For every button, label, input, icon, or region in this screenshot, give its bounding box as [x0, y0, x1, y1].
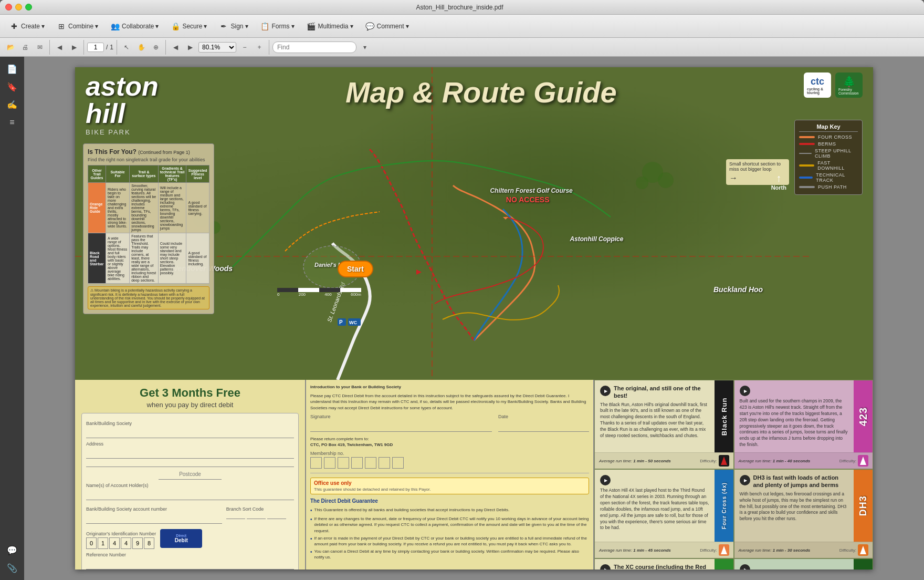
route-tab-four-cross: Four Cross (4x) [715, 470, 733, 542]
svg-marker-17 [860, 457, 866, 465]
map-title-area: aston hill BIKE PARK Map & Route Guide c… [75, 72, 873, 136]
route-card-dh3: ▶ DH3 is fast with loads of action and p… [734, 469, 874, 558]
email-button[interactable]: ✉ [34, 41, 46, 54]
map-section: St. Leonards Rd P WC [75, 67, 873, 380]
route-tab-black-run: Black Run [715, 380, 733, 452]
sort-code-input-3[interactable] [267, 513, 286, 519]
search-options-button[interactable]: ▾ [359, 41, 371, 54]
dd-instruction-panel: Introduction to your Bank or Building So… [306, 380, 594, 569]
play-button-cross-country[interactable]: ▶ [600, 564, 611, 569]
logo-bikepark-text: BIKE PARK [86, 128, 131, 136]
route-card-black-run: ▶ The original, and still one of the bes… [594, 380, 734, 469]
sort-code-input-1[interactable] [226, 513, 245, 519]
collaborate-icon: 👥 [110, 21, 120, 32]
pdf-viewer[interactable]: St. Leonards Rd P WC [24, 57, 924, 580]
key-item-technical: TECHNICAL TRACK [799, 172, 858, 183]
sidebar-pages-icon[interactable]: 📄 [3, 61, 22, 77]
multimedia-button[interactable]: 🎬 Multimedia ▾ [301, 18, 358, 34]
return-address: CTC, PO Box 419, Twickenham, TW1 9GD [310, 442, 393, 447]
play-button-black-run[interactable]: ▶ [600, 386, 611, 396]
route-grid: ▶ The original, and still one of the bes… [594, 380, 873, 569]
zoom-out-button[interactable]: − [238, 41, 251, 54]
print-button[interactable]: 🖨 [19, 41, 32, 54]
sidebar-layers-icon[interactable]: ≡ [3, 115, 22, 130]
account-number-label: Bank/Building Society account number [86, 506, 222, 512]
secure-button[interactable]: 🔒 Secure ▾ [165, 18, 212, 34]
account-holder-input[interactable] [86, 490, 294, 500]
no-access-label: NO ACCESS [506, 195, 550, 204]
create-icon: ✚ [9, 21, 19, 32]
dd-subheadline: when you pay by direct debit [81, 401, 299, 409]
sidebar-bookmarks-icon[interactable]: 🔖 [3, 79, 22, 95]
golf-course-label: Chiltern Forest Golf Course [490, 187, 572, 194]
difficulty-badge-dh3 [858, 544, 868, 556]
table-row: Orange Ride Guide Riders who begin to ta… [88, 183, 209, 233]
trail-guide-table: Other Trail Guides Suitable For Trail & … [88, 165, 209, 284]
snapshot-tool-button[interactable]: ⊕ [150, 41, 162, 54]
buckland-hoo-label: Buckland Hoo [713, 285, 763, 294]
zoom-in-button[interactable]: + [253, 41, 266, 54]
map-main-title: Map & Route Guide [159, 75, 804, 109]
svg-marker-16 [721, 457, 727, 465]
hand-tool-button[interactable]: ✋ [135, 41, 148, 54]
sort-code-label: Branch Sort Code [226, 506, 294, 512]
forward-button[interactable]: ▶ [68, 41, 80, 54]
create-button[interactable]: ✚ Create ▾ [4, 18, 49, 34]
key-item-uphill: STEEP UPHILL CLIMB [799, 148, 858, 159]
forms-button[interactable]: 📋 Forms ▾ [255, 18, 299, 34]
play-button-four-cross[interactable]: ▶ [600, 475, 611, 485]
start-marker: Start [338, 261, 373, 277]
key-item-downhill: FAST DOWNHILL [799, 160, 858, 171]
sign-button[interactable]: ✒ Sign ▾ [214, 18, 253, 34]
key-item-pushpath: PUSH PATH [799, 184, 858, 190]
account-number-input[interactable] [86, 513, 222, 524]
originator-label: Originator's Identification Number [86, 531, 156, 536]
sidebar-signatures-icon[interactable]: ✍ [3, 97, 22, 112]
pdf-page: St. Leonards Rd P WC [75, 67, 873, 569]
dd-headline: Get 3 Months Free [81, 386, 299, 400]
scale-bar: 0 200 400 600m [277, 288, 361, 297]
minimize-button[interactable] [15, 4, 22, 11]
route-card-423: ▶ Built and used for the southern champs… [734, 380, 874, 469]
forms-icon: 📋 [260, 21, 270, 32]
north-arrow: ↑ North [771, 172, 786, 191]
zoom-select[interactable]: 80.1% 50% 75% 100% 125% 150% [198, 42, 236, 53]
forestry-commission-badge: 🌲 Forestry Commission [835, 72, 863, 98]
select-tool-button[interactable]: ↖ [120, 41, 133, 54]
search-input[interactable] [272, 42, 356, 53]
combine-button[interactable]: ⊞ Combine ▾ [51, 18, 103, 34]
page-navigation: / 1 [87, 43, 113, 52]
play-button-423[interactable]: ▶ [740, 386, 750, 396]
comment-button[interactable]: 💬 Comment ▾ [360, 18, 414, 34]
next-page-button[interactable]: ▶ [184, 41, 196, 54]
sidebar-attach-icon[interactable]: 📎 [3, 560, 22, 576]
play-button-dh3[interactable]: ▶ [740, 475, 750, 485]
sidebar-comments-icon[interactable]: 💬 [3, 542, 22, 558]
info-panels: Get 3 Months Free when you pay by direct… [75, 380, 873, 569]
back-button[interactable]: ◀ [53, 41, 66, 54]
prev-page-button[interactable]: ◀ [169, 41, 182, 54]
sort-code-input-2[interactable] [247, 513, 266, 519]
svg-marker-18 [721, 546, 727, 554]
office-only-box: Office use only This guarantee should be… [310, 478, 589, 494]
address-input[interactable] [86, 448, 294, 459]
postcode-input[interactable] [159, 469, 222, 480]
dd-instruction-text: Please pay CTC Direct Debit from the acc… [310, 393, 589, 411]
page-number-input[interactable] [87, 43, 104, 52]
bank-input[interactable] [86, 428, 294, 438]
direct-debit-section: Get 3 Months Free when you pay by direct… [75, 380, 306, 569]
folder-open-button[interactable]: 📂 [4, 41, 17, 54]
account-holder-label: Name(s) of Account Holder(s) [86, 483, 294, 488]
collaborate-button[interactable]: 👥 Collaborate ▾ [105, 18, 163, 34]
address-label: Address [86, 441, 294, 447]
dd-bank-instruction-title: Introduction to your Bank or Building So… [310, 384, 589, 390]
window-title: Aston_Hill_brochure_inside.pdf [32, 4, 887, 11]
play-button-dh4[interactable]: ▶ [740, 564, 750, 569]
key-item-four-cross: FOUR CROSS [799, 134, 858, 140]
trail-guide-infobox: Is This For You? (Continued from Page 1)… [83, 143, 214, 314]
route-tab-dh3: DH3 [854, 470, 873, 542]
reference-input[interactable] [86, 559, 294, 569]
maximize-button[interactable] [25, 4, 32, 11]
membership-boxes [310, 457, 589, 469]
close-button[interactable] [5, 4, 12, 11]
